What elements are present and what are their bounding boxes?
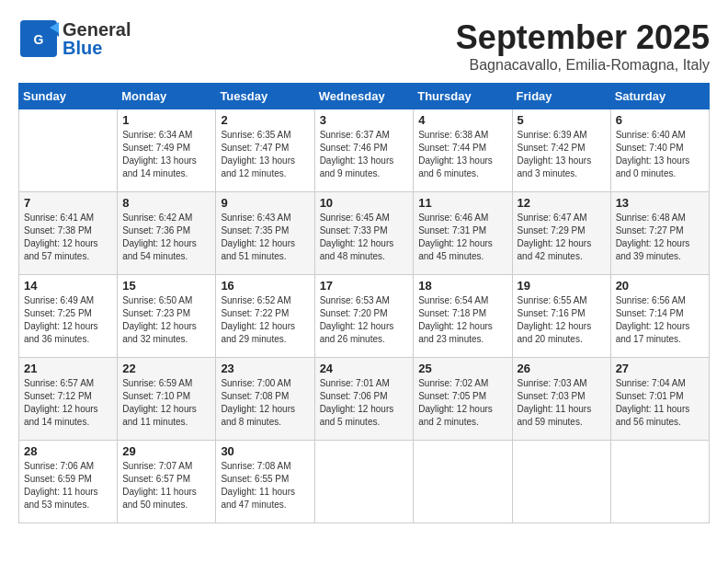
day-info: Sunrise: 6:53 AMSunset: 7:20 PMDaylight:…	[320, 294, 409, 346]
day-info: Sunrise: 6:39 AMSunset: 7:42 PMDaylight:…	[518, 129, 606, 180]
day-number: 12	[518, 196, 606, 210]
title-block: September 2025 Bagnacavallo, Emilia-Roma…	[456, 18, 710, 74]
day-cell: 6Sunrise: 6:40 AMSunset: 7:40 PMDaylight…	[610, 109, 709, 192]
day-cell: 12Sunrise: 6:47 AMSunset: 7:29 PMDayligh…	[512, 192, 610, 275]
day-info: Sunrise: 6:34 AMSunset: 7:49 PMDaylight:…	[122, 129, 210, 180]
day-cell: 7Sunrise: 6:41 AMSunset: 7:38 PMDaylight…	[19, 192, 118, 275]
day-number: 1	[122, 113, 210, 127]
logo-blue: Blue	[63, 39, 131, 57]
day-cell: 5Sunrise: 6:39 AMSunset: 7:42 PMDaylight…	[512, 109, 610, 192]
day-info: Sunrise: 6:43 AMSunset: 7:35 PMDaylight:…	[221, 212, 309, 263]
day-number: 19	[518, 279, 606, 293]
calendar-table: SundayMondayTuesdayWednesdayThursdayFrid…	[18, 83, 710, 523]
day-number: 15	[122, 279, 210, 293]
day-number: 5	[518, 113, 606, 127]
day-cell: 27Sunrise: 7:04 AMSunset: 7:01 PMDayligh…	[610, 358, 709, 441]
logo-icon: G	[18, 18, 59, 59]
day-info: Sunrise: 6:46 AMSunset: 7:31 PMDaylight:…	[418, 212, 506, 263]
day-number: 18	[418, 279, 506, 293]
day-cell: 13Sunrise: 6:48 AMSunset: 7:27 PMDayligh…	[610, 192, 709, 275]
header-row: SundayMondayTuesdayWednesdayThursdayFrid…	[19, 84, 710, 109]
day-cell: 8Sunrise: 6:42 AMSunset: 7:36 PMDaylight…	[118, 192, 216, 275]
day-number: 23	[221, 362, 309, 375]
page-header: G General Blue September 2025 Bagnacaval…	[18, 18, 710, 74]
day-cell: 16Sunrise: 6:52 AMSunset: 7:22 PMDayligh…	[216, 275, 314, 358]
week-row-5: 28Sunrise: 7:06 AMSunset: 6:59 PMDayligh…	[19, 441, 710, 523]
day-number: 4	[418, 113, 506, 127]
day-info: Sunrise: 6:37 AMSunset: 7:46 PMDaylight:…	[320, 129, 409, 180]
day-info: Sunrise: 7:01 AMSunset: 7:06 PMDaylight:…	[320, 377, 409, 429]
day-number: 26	[518, 362, 606, 375]
logo-general: General	[63, 20, 131, 39]
calendar-body: 1Sunrise: 6:34 AMSunset: 7:49 PMDaylight…	[19, 109, 710, 523]
day-number: 6	[616, 113, 704, 127]
day-info: Sunrise: 6:35 AMSunset: 7:47 PMDaylight:…	[221, 129, 309, 180]
header-cell-wednesday: Wednesday	[314, 84, 414, 109]
day-number: 14	[24, 279, 112, 293]
day-number: 24	[320, 362, 409, 375]
day-info: Sunrise: 7:07 AMSunset: 6:57 PMDaylight:…	[122, 460, 210, 511]
day-cell: 19Sunrise: 6:55 AMSunset: 7:16 PMDayligh…	[512, 275, 610, 358]
day-number: 8	[122, 196, 210, 210]
svg-text:G: G	[34, 32, 44, 47]
day-cell	[314, 441, 414, 523]
day-cell: 20Sunrise: 6:56 AMSunset: 7:14 PMDayligh…	[610, 275, 709, 358]
day-cell: 11Sunrise: 6:46 AMSunset: 7:31 PMDayligh…	[414, 192, 512, 275]
day-info: Sunrise: 6:52 AMSunset: 7:22 PMDaylight:…	[221, 294, 309, 346]
day-info: Sunrise: 6:49 AMSunset: 7:25 PMDaylight:…	[24, 294, 112, 346]
day-cell	[610, 441, 709, 523]
day-number: 17	[320, 279, 409, 293]
day-number: 22	[122, 362, 210, 375]
day-number: 25	[418, 362, 506, 375]
day-cell: 1Sunrise: 6:34 AMSunset: 7:49 PMDaylight…	[118, 109, 216, 192]
day-info: Sunrise: 7:03 AMSunset: 7:03 PMDaylight:…	[518, 377, 606, 429]
day-cell: 26Sunrise: 7:03 AMSunset: 7:03 PMDayligh…	[512, 358, 610, 441]
day-number: 16	[221, 279, 309, 293]
day-info: Sunrise: 6:41 AMSunset: 7:38 PMDaylight:…	[24, 212, 112, 263]
day-info: Sunrise: 6:47 AMSunset: 7:29 PMDaylight:…	[518, 212, 606, 263]
header-cell-friday: Friday	[512, 84, 610, 109]
day-info: Sunrise: 6:55 AMSunset: 7:16 PMDaylight:…	[518, 294, 606, 346]
day-info: Sunrise: 7:06 AMSunset: 6:59 PMDaylight:…	[24, 460, 112, 511]
week-row-4: 21Sunrise: 6:57 AMSunset: 7:12 PMDayligh…	[19, 358, 710, 441]
day-cell	[512, 441, 610, 523]
day-info: Sunrise: 6:56 AMSunset: 7:14 PMDaylight:…	[616, 294, 704, 346]
day-cell: 9Sunrise: 6:43 AMSunset: 7:35 PMDaylight…	[216, 192, 314, 275]
day-cell: 10Sunrise: 6:45 AMSunset: 7:33 PMDayligh…	[314, 192, 414, 275]
day-cell: 29Sunrise: 7:07 AMSunset: 6:57 PMDayligh…	[118, 441, 216, 523]
day-info: Sunrise: 6:50 AMSunset: 7:23 PMDaylight:…	[122, 294, 210, 346]
header-cell-saturday: Saturday	[610, 84, 709, 109]
header-cell-monday: Monday	[118, 84, 216, 109]
day-info: Sunrise: 6:54 AMSunset: 7:18 PMDaylight:…	[418, 294, 506, 346]
day-number: 21	[24, 362, 112, 375]
day-number: 30	[221, 444, 309, 458]
day-info: Sunrise: 6:38 AMSunset: 7:44 PMDaylight:…	[418, 129, 506, 180]
day-number: 11	[418, 196, 506, 210]
day-cell: 30Sunrise: 7:08 AMSunset: 6:55 PMDayligh…	[216, 441, 314, 523]
day-cell	[19, 109, 118, 192]
day-cell: 21Sunrise: 6:57 AMSunset: 7:12 PMDayligh…	[19, 358, 118, 441]
day-cell: 24Sunrise: 7:01 AMSunset: 7:06 PMDayligh…	[314, 358, 414, 441]
day-cell: 28Sunrise: 7:06 AMSunset: 6:59 PMDayligh…	[19, 441, 118, 523]
day-info: Sunrise: 6:42 AMSunset: 7:36 PMDaylight:…	[122, 212, 210, 263]
location-subtitle: Bagnacavallo, Emilia-Romagna, Italy	[456, 57, 710, 74]
day-cell: 18Sunrise: 6:54 AMSunset: 7:18 PMDayligh…	[414, 275, 512, 358]
day-cell: 23Sunrise: 7:00 AMSunset: 7:08 PMDayligh…	[216, 358, 314, 441]
day-cell: 14Sunrise: 6:49 AMSunset: 7:25 PMDayligh…	[19, 275, 118, 358]
week-row-2: 7Sunrise: 6:41 AMSunset: 7:38 PMDaylight…	[19, 192, 710, 275]
day-cell: 3Sunrise: 6:37 AMSunset: 7:46 PMDaylight…	[314, 109, 414, 192]
header-cell-tuesday: Tuesday	[216, 84, 314, 109]
day-info: Sunrise: 6:57 AMSunset: 7:12 PMDaylight:…	[24, 377, 112, 429]
day-number: 20	[616, 279, 704, 293]
week-row-3: 14Sunrise: 6:49 AMSunset: 7:25 PMDayligh…	[19, 275, 710, 358]
day-number: 29	[122, 444, 210, 458]
header-cell-thursday: Thursday	[414, 84, 512, 109]
day-info: Sunrise: 7:02 AMSunset: 7:05 PMDaylight:…	[418, 377, 506, 429]
calendar-header: SundayMondayTuesdayWednesdayThursdayFrid…	[19, 84, 710, 109]
day-cell: 22Sunrise: 6:59 AMSunset: 7:10 PMDayligh…	[118, 358, 216, 441]
day-cell: 2Sunrise: 6:35 AMSunset: 7:47 PMDaylight…	[216, 109, 314, 192]
day-number: 13	[616, 196, 704, 210]
day-number: 27	[616, 362, 704, 375]
day-number: 28	[24, 444, 112, 458]
day-number: 2	[221, 113, 309, 127]
